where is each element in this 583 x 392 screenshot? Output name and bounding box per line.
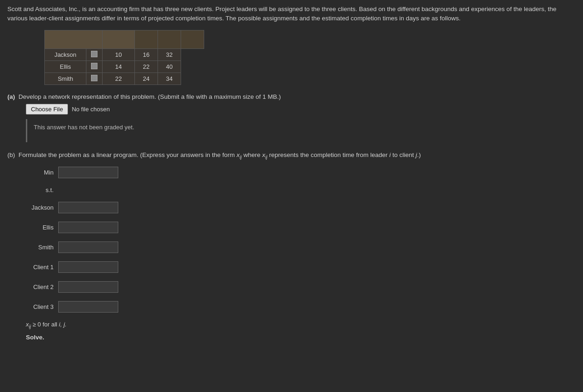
min-row: Min bbox=[26, 167, 576, 178]
row-icon-smith bbox=[86, 72, 103, 84]
ellis-input[interactable] bbox=[58, 222, 118, 233]
table-row: Jackson 10 16 32 bbox=[45, 48, 204, 60]
smith-constraint-label: Smith bbox=[26, 244, 54, 251]
row-label-jackson: Jackson bbox=[45, 48, 86, 60]
cell-smith-1: 22 bbox=[103, 72, 135, 84]
client3-constraint-label: Client 3 bbox=[26, 303, 54, 310]
part-a-letter: (a) bbox=[7, 93, 15, 100]
client2-row: Client 2 bbox=[26, 281, 576, 293]
client1-row: Client 1 bbox=[26, 261, 576, 273]
file-upload-row: Choose File No file chosen bbox=[26, 104, 576, 115]
ellis-row: Ellis bbox=[26, 222, 576, 233]
cell-jackson-3: 32 bbox=[158, 48, 181, 60]
part-a-text: Develop a network representation of this… bbox=[18, 93, 281, 100]
table-row: Smith 22 24 34 bbox=[45, 72, 204, 84]
smith-input[interactable] bbox=[58, 241, 118, 253]
part-a-section: (a) Develop a network representation of … bbox=[7, 93, 576, 142]
jackson-row: Jackson bbox=[26, 202, 576, 213]
assignment-table: Jackson 10 16 32 Ellis 14 22 40 Smith 22… bbox=[44, 30, 204, 85]
jackson-constraint-label: Jackson bbox=[26, 204, 54, 211]
part-b-section: (b) Formulate the problem as a linear pr… bbox=[7, 151, 576, 341]
answer-not-graded-box: This answer has not been graded yet. bbox=[26, 119, 423, 142]
col-header-3 bbox=[181, 30, 204, 48]
cell-jackson-1: 10 bbox=[103, 48, 135, 60]
client1-constraint-label: Client 1 bbox=[26, 264, 54, 271]
client3-input[interactable] bbox=[58, 301, 118, 313]
cell-smith-3: 34 bbox=[158, 72, 181, 84]
cell-smith-2: 24 bbox=[135, 72, 158, 84]
row-icon-jackson bbox=[86, 48, 103, 60]
cell-ellis-3: 40 bbox=[158, 60, 181, 72]
solve-label: Solve. bbox=[26, 334, 576, 341]
table-header-topleft bbox=[45, 30, 103, 48]
part-a-label: (a) Develop a network representation of … bbox=[7, 93, 576, 100]
jackson-input[interactable] bbox=[58, 202, 118, 213]
row-label-ellis: Ellis bbox=[45, 60, 86, 72]
formulation-area: Min s.t. Jackson Ellis Smith Client 1 Cl… bbox=[26, 167, 576, 341]
part-b-label: (b) Formulate the problem as a linear pr… bbox=[7, 151, 576, 160]
client2-constraint-label: Client 2 bbox=[26, 283, 54, 290]
cell-ellis-1: 14 bbox=[103, 60, 135, 72]
row-label-smith: Smith bbox=[45, 72, 86, 84]
client1-input[interactable] bbox=[58, 261, 118, 273]
part-b-letter: (b) bbox=[7, 151, 15, 158]
table-header-topleft2 bbox=[103, 30, 135, 48]
answer-not-graded-text: This answer has not been graded yet. bbox=[34, 124, 134, 131]
min-label: Min bbox=[26, 169, 54, 176]
no-file-text: No file chosen bbox=[72, 106, 109, 113]
col-header-2 bbox=[158, 30, 181, 48]
assignment-table-container: Jackson 10 16 32 Ellis 14 22 40 Smith 22… bbox=[44, 30, 576, 85]
row-icon-ellis bbox=[86, 60, 103, 72]
table-row: Ellis 14 22 40 bbox=[45, 60, 204, 72]
nonneg-text: xij ≥ 0 for all i, j. bbox=[26, 321, 576, 329]
min-input[interactable] bbox=[58, 167, 118, 178]
client2-input[interactable] bbox=[58, 281, 118, 293]
client3-row: Client 3 bbox=[26, 301, 576, 313]
col-header-1 bbox=[135, 30, 158, 48]
cell-jackson-2: 16 bbox=[135, 48, 158, 60]
cell-ellis-2: 22 bbox=[135, 60, 158, 72]
problem-description: Scott and Associates, Inc., is an accoun… bbox=[7, 5, 576, 24]
ellis-constraint-label: Ellis bbox=[26, 224, 54, 231]
choose-file-button[interactable]: Choose File bbox=[26, 104, 68, 115]
st-label: s.t. bbox=[26, 187, 54, 193]
st-row: s.t. bbox=[26, 187, 576, 193]
smith-row: Smith bbox=[26, 241, 576, 253]
